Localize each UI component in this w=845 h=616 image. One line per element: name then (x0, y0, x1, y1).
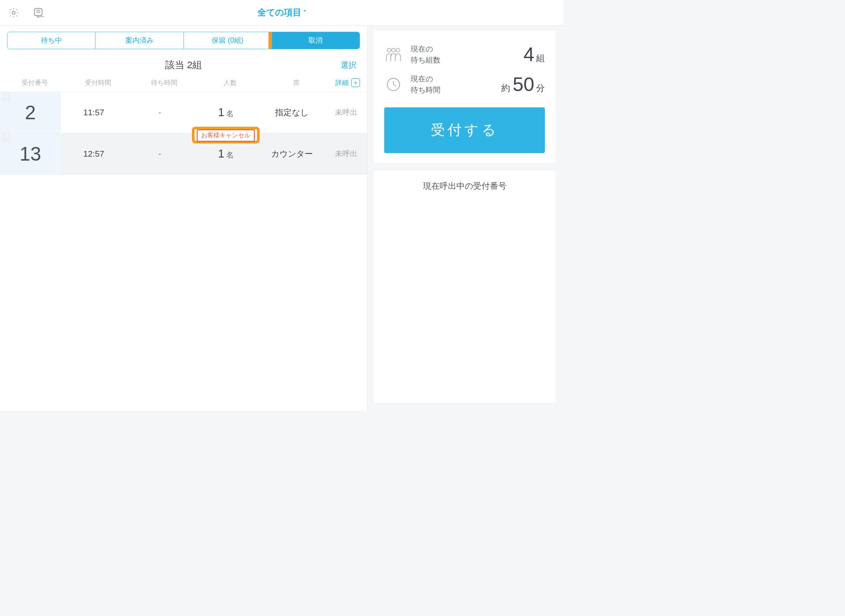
ticket-number-cell: 13 (0, 133, 61, 174)
plus-icon[interactable]: + (351, 78, 360, 87)
svg-point-4 (40, 16, 41, 17)
cancel-badge: お客様キャンセル (197, 129, 255, 142)
settings-icon[interactable] (8, 7, 19, 18)
row-seat: カウンター (259, 148, 325, 160)
bookmark-icon (3, 92, 10, 102)
bookmark-icon (3, 133, 10, 143)
people-icon (384, 47, 403, 62)
stat-label: 現在の 待ち組数 (411, 44, 441, 66)
stat-value: 約 50 分 (501, 73, 545, 95)
row-people: お客様キャンセル 1名 (193, 147, 259, 161)
ticket-number-cell: 2 (0, 92, 61, 133)
chevron-down-icon: ˅ (303, 9, 306, 16)
stat-label: 現在の 待ち時間 (411, 73, 441, 96)
tab-hold[interactable]: 保留 (0組) (184, 32, 272, 49)
calling-title: 現在呼出中の受付番号 (384, 180, 545, 192)
row-time: 12:57 (61, 149, 127, 159)
svg-point-7 (396, 48, 400, 52)
row-seat: 指定なし (259, 107, 325, 118)
printer-icon[interactable] (33, 7, 45, 18)
row-wait: - (127, 149, 193, 159)
tab-guided[interactable]: 案内済み (96, 32, 184, 49)
tab-waiting[interactable]: 待ち中 (7, 32, 96, 49)
clock-icon (384, 77, 403, 92)
svg-point-0 (12, 11, 15, 14)
row-time: 11:57 (61, 108, 127, 117)
top-bar: 全ての項目 ˅ (0, 0, 563, 26)
stats-card: 現在の 待ち組数 4 組 現在の 待ち時間 (374, 31, 555, 163)
stat-waiting-groups: 現在の 待ち組数 4 組 (384, 40, 545, 69)
col-seat: 席 (263, 79, 329, 87)
list-summary: 該当 2組 選択 (0, 49, 367, 76)
svg-point-6 (392, 48, 395, 52)
summary-count: 該当 2組 (165, 59, 202, 72)
filter-dropdown-label: 全ての項目 (257, 7, 301, 18)
column-headers: 受付番号 受付時間 待ち時間 人数 席 詳細 + (0, 76, 367, 92)
table-row[interactable]: 13 12:57 - お客様キャンセル 1名 カウンター 未呼出 (0, 133, 367, 175)
calling-card: 現在呼出中の受付番号 (374, 171, 555, 403)
stat-value: 4 組 (524, 44, 545, 66)
tab-cancel[interactable]: 取消 (272, 32, 360, 49)
col-ticket-time: 受付時間 (65, 79, 131, 87)
select-link[interactable]: 選択 (341, 60, 356, 70)
svg-point-3 (43, 16, 44, 17)
svg-point-2 (41, 16, 42, 17)
filter-dropdown[interactable]: 全ての項目 ˅ (257, 7, 306, 18)
svg-point-5 (387, 48, 391, 52)
table-row[interactable]: 2 11:57 - 1名 指定なし 未呼出 (0, 92, 367, 133)
accept-button[interactable]: 受付する (384, 107, 545, 153)
row-wait: - (127, 108, 193, 117)
status-tabs: 待ち中 案内済み 保留 (0組) 取消 (7, 32, 360, 49)
col-wait-time: 待ち時間 (131, 79, 197, 87)
stat-wait-time: 現在の 待ち時間 約 50 分 (384, 70, 545, 99)
row-status: 未呼出 (325, 107, 367, 117)
col-ticket-no: 受付番号 (4, 79, 65, 87)
row-status: 未呼出 (325, 149, 367, 159)
col-detail[interactable]: 詳細 + (329, 78, 363, 87)
row-people: 1名 (193, 106, 259, 119)
col-people: 人数 (197, 79, 263, 87)
